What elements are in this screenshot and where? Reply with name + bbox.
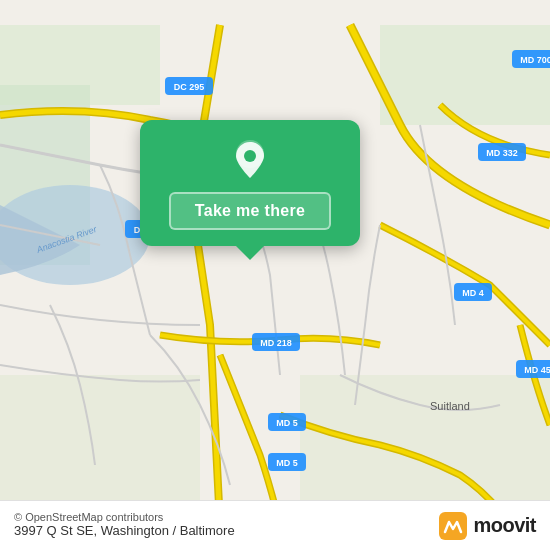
- moovit-icon: [439, 512, 467, 540]
- moovit-logo: moovit: [439, 512, 536, 540]
- svg-text:MD 332: MD 332: [486, 148, 518, 158]
- location-pin-icon: [228, 138, 272, 182]
- popup-card: Take me there: [140, 120, 360, 246]
- svg-text:MD 458: MD 458: [524, 365, 550, 375]
- svg-text:MD 5: MD 5: [276, 418, 298, 428]
- address-text: 3997 Q St SE, Washington / Baltimore: [14, 523, 235, 538]
- svg-rect-3: [380, 25, 550, 125]
- map-container: DC 295 DC 295 MD 218 MD 4 MD 5 MD 5 MD 3…: [0, 0, 550, 550]
- svg-rect-2: [0, 25, 160, 105]
- svg-text:MD 5: MD 5: [276, 458, 298, 468]
- svg-text:DC 295: DC 295: [174, 82, 205, 92]
- attribution-text: © OpenStreetMap contributors: [14, 511, 235, 523]
- bottom-bar: © OpenStreetMap contributors 3997 Q St S…: [0, 500, 550, 550]
- svg-text:Suitland: Suitland: [430, 400, 470, 412]
- moovit-label: moovit: [473, 514, 536, 537]
- svg-rect-28: [439, 512, 467, 540]
- map-svg: DC 295 DC 295 MD 218 MD 4 MD 5 MD 5 MD 3…: [0, 0, 550, 550]
- svg-text:MD 4: MD 4: [462, 288, 484, 298]
- svg-text:MD 218: MD 218: [260, 338, 292, 348]
- svg-point-27: [244, 150, 256, 162]
- take-me-there-button[interactable]: Take me there: [169, 192, 331, 230]
- svg-text:MD 700: MD 700: [520, 55, 550, 65]
- bottom-content: © OpenStreetMap contributors 3997 Q St S…: [14, 511, 235, 540]
